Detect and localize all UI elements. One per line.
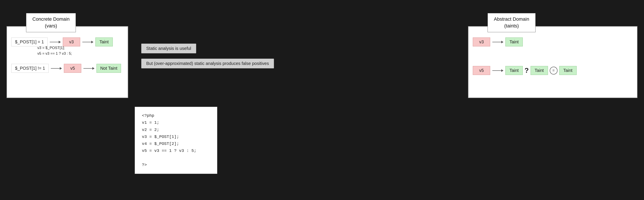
php-code-box: <?php v1 = 1; v2 = 2; v3 = $_POST[1]; v4… [135,107,217,174]
ad-taint3: Taint [559,66,577,75]
annotation-line2: But (over-approximated) static analysis … [141,59,274,68]
php-line-7 [142,154,210,161]
php-line-8: ?> [142,161,210,168]
annotation-line1: Static analysis is useful [141,44,196,53]
cd-input-2: $_POST[1] != 1 [11,64,49,73]
ad-var-2: v5 [473,66,490,75]
concrete-domain-row2: $_POST[1] != 1 v5 Not Taint [11,64,124,73]
concrete-domain-wrapper: Concrete Domain (vars) $_POST[1] = 1 v3 … [6,13,128,85]
arrow-3 [51,68,62,69]
ad-arrow-2 [492,70,503,71]
main-container: Concrete Domain (vars) $_POST[1] = 1 v3 … [0,0,644,200]
abstract-domain-subtitle: (taints) [504,23,519,29]
php-line-6: v5 = v3 == 1 ? v3 : 5; [142,147,210,154]
center-annotations: Static analysis is useful But (over-appr… [141,44,274,68]
cd-note: v3 = $_POST[1]; v5 = v3 == 1 ? v3 : 5; [37,45,72,56]
cd-note-line2: v5 = v3 == 1 ? v3 : 5; [37,51,72,56]
abstract-domain-wrapper: Abstract Domain (taints) v3 Taint v5 Tai… [468,13,638,85]
concrete-domain-subtitle: (vars) [45,23,57,29]
ad-taint2: Taint [530,66,548,75]
php-line-3: v2 = 2; [142,126,210,133]
abstract-domain-box: v3 Taint v5 Taint ? Taint = Taint [468,26,638,98]
equals-sign: = [552,68,555,73]
ad-question: ? [524,66,529,74]
cd-note-line1: v3 = $_POST[1]; [37,46,65,50]
php-line-1: <?php [142,112,210,119]
cd-result-2: Not Taint [96,64,121,73]
concrete-domain-label: Concrete Domain (vars) [26,13,76,32]
php-line-2: v1 = 1; [142,119,210,126]
abstract-domain-title: Abstract Domain [494,16,529,22]
abstract-domain-row1: v3 Taint [473,38,633,46]
ad-arrow-1 [492,42,503,42]
cd-result-1: Taint [96,38,113,46]
concrete-domain-box: $_POST[1] = 1 v3 Taint v3 = $_POST[1]; v… [6,26,128,98]
abstract-domain-row2: v5 Taint ? Taint = Taint [473,66,633,75]
ad-result-1: Taint [506,38,523,46]
php-line-4: v3 = $_POST[1]; [142,133,210,140]
cd-var-2: v5 [64,64,81,73]
ad-var-1: v3 [473,38,490,46]
php-line-5: v4 = $_POST[2]; [142,140,210,147]
concrete-domain-title: Concrete Domain [32,16,70,22]
equals-circle: = [550,67,558,74]
abstract-domain-label: Abstract Domain (taints) [488,13,536,32]
arrow-2 [82,42,93,42]
arrow-1 [50,42,60,42]
ad-taint1: Taint [506,66,523,75]
arrow-4 [84,68,94,69]
